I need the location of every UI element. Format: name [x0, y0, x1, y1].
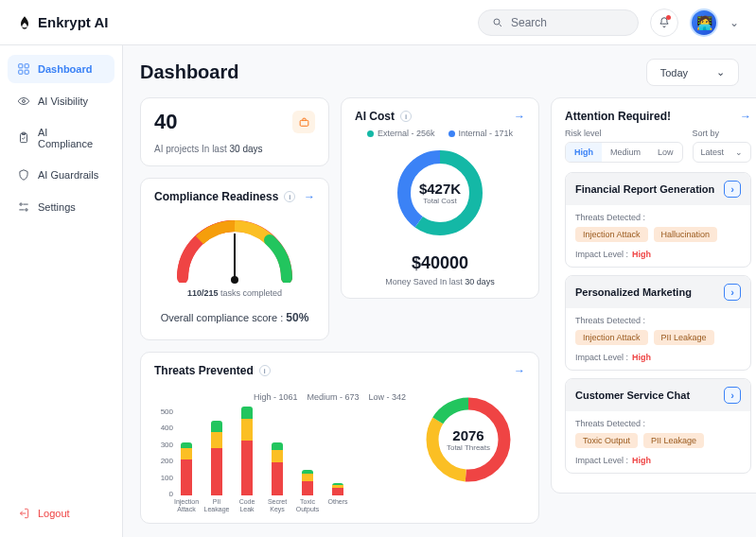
- bar-label: Secret Keys: [268, 498, 287, 511]
- period-label: Today: [660, 67, 688, 78]
- sort-select[interactable]: Latest⌄: [693, 142, 752, 163]
- arrow-right-icon[interactable]: →: [304, 190, 315, 203]
- cost-legend: External - 256k Internal - 171k: [355, 129, 525, 138]
- info-icon[interactable]: i: [259, 365, 271, 376]
- sidebar-item-label: AI Compliance: [38, 127, 105, 149]
- impact-level: Impact Level :High: [575, 353, 741, 362]
- sidebar: Dashboard AI Visibility AI Compliance AI…: [0, 45, 123, 537]
- attention-title: Attention Required!: [565, 110, 671, 123]
- expand-button[interactable]: ›: [724, 284, 741, 301]
- search-icon: [492, 17, 503, 28]
- attention-item-title: Personalized Marketing: [575, 286, 692, 298]
- info-icon[interactable]: i: [400, 111, 412, 122]
- grid-icon: [17, 62, 30, 76]
- search-placeholder: Search: [511, 16, 547, 29]
- svg-line-1: [500, 24, 502, 26]
- logout-icon: [17, 507, 30, 520]
- notifications-button[interactable]: [650, 9, 678, 37]
- threat-tag: Hallucination: [654, 227, 718, 242]
- threats-detected-label: Threats Detected :: [575, 213, 741, 222]
- shield-icon: [17, 168, 30, 182]
- attention-item: Financial Report Generation › Threats De…: [565, 172, 751, 268]
- bar-column: Injection Attack: [177, 442, 196, 511]
- arrow-right-icon[interactable]: →: [514, 110, 525, 123]
- sidebar-item-label: Dashboard: [38, 63, 92, 75]
- sidebar-item-label: Settings: [38, 201, 76, 213]
- arrow-right-icon[interactable]: →: [514, 364, 525, 377]
- risk-level-label: Risk level: [565, 129, 683, 138]
- arrow-right-icon[interactable]: →: [740, 110, 751, 123]
- threats-card: Threats Prevented i → High - 1061 Medium…: [140, 352, 539, 524]
- risk-low[interactable]: Low: [649, 143, 682, 162]
- clipboard-icon: [17, 131, 30, 145]
- expand-button[interactable]: ›: [724, 181, 741, 198]
- svg-point-0: [494, 19, 500, 25]
- bar-label: PII Leakage: [204, 498, 230, 511]
- projects-count: 40: [154, 110, 177, 134]
- threat-tag: PII Leakage: [654, 330, 714, 345]
- svg-rect-5: [25, 70, 28, 74]
- risk-high[interactable]: High: [566, 143, 602, 162]
- page-title: Dashboard: [140, 61, 238, 83]
- threat-tag: Injection Attack: [575, 227, 648, 242]
- logout-button[interactable]: Logout: [8, 499, 114, 528]
- sidebar-item-guardrails[interactable]: AI Guardrails: [8, 161, 114, 189]
- threat-tag: Injection Attack: [575, 330, 648, 345]
- bar-label: Others: [328, 498, 348, 511]
- bar-column: Code Leak: [237, 407, 256, 511]
- threats-legend: High - 1061 Medium - 673 Low - 342: [154, 392, 406, 402]
- attention-card: Attention Required! → Risk level High Me…: [551, 97, 756, 494]
- svg-point-11: [26, 209, 27, 211]
- attention-item-title: Customer Service Chat: [575, 390, 690, 401]
- attention-item-head[interactable]: Customer Service Chat ›: [566, 379, 750, 411]
- compliance-gauge: [173, 217, 296, 283]
- attention-item: Customer Service Chat › Threats Detected…: [565, 378, 751, 474]
- ai-cost-title: AI Cost: [355, 110, 395, 123]
- sidebar-item-dashboard[interactable]: Dashboard: [8, 55, 114, 83]
- attention-item: Personalized Marketing › Threats Detecte…: [565, 275, 751, 371]
- money-saved-caption: Money Saved In last 30 days: [355, 277, 525, 286]
- bar-label: Toxic Outputs: [296, 498, 320, 511]
- threats-detected-label: Threats Detected :: [575, 316, 741, 325]
- chevron-down-icon: ⌄: [735, 147, 743, 157]
- svg-rect-4: [19, 70, 23, 74]
- bar-column: Secret Keys: [268, 442, 287, 511]
- svg-point-6: [23, 100, 26, 103]
- svg-rect-3: [25, 64, 28, 68]
- brand-logo: Enkrypt AI: [17, 14, 108, 30]
- topbar: Enkrypt AI Search 🧑‍💻 ⌄: [0, 0, 756, 45]
- risk-medium[interactable]: Medium: [602, 143, 649, 162]
- search-input[interactable]: Search: [478, 9, 639, 36]
- avatar[interactable]: 🧑‍💻: [690, 9, 718, 37]
- sidebar-item-label: AI Guardrails: [38, 169, 98, 181]
- sidebar-item-settings[interactable]: Settings: [8, 193, 114, 221]
- chevron-down-icon[interactable]: ⌄: [730, 16, 739, 29]
- threats-bar-chart: 5004003002001000 Injection Attack PII Le…: [154, 407, 406, 511]
- bar-label: Code Leak: [237, 498, 256, 511]
- sidebar-item-compliance[interactable]: AI Compliance: [8, 119, 114, 157]
- projects-caption: AI projects In last 30 days: [154, 144, 315, 154]
- bar-column: Others: [328, 483, 347, 511]
- ai-cost-card: AI Cost i → External - 256k Internal - 1…: [341, 97, 539, 299]
- sliders-icon: [17, 200, 30, 214]
- bar-column: PII Leakage: [207, 421, 226, 511]
- cost-donut: $427K Total Cost: [393, 146, 487, 240]
- sort-by-label: Sort by: [693, 129, 752, 138]
- threat-tag: Toxic Output: [575, 433, 638, 448]
- expand-button[interactable]: ›: [724, 387, 741, 404]
- attention-item-head[interactable]: Personalized Marketing ›: [566, 276, 750, 308]
- main-content: Dashboard Today ⌄ 40 AI projects In la: [123, 45, 756, 537]
- threats-detected-label: Threats Detected :: [575, 419, 741, 428]
- chevron-down-icon: ⌄: [716, 66, 725, 78]
- info-icon[interactable]: i: [284, 191, 295, 202]
- attention-item-head[interactable]: Financial Report Generation ›: [566, 173, 750, 205]
- briefcase-icon: [292, 111, 315, 133]
- sidebar-item-visibility[interactable]: AI Visibility: [8, 87, 114, 115]
- cost-total: $427K: [419, 181, 461, 197]
- risk-level-segmented[interactable]: High Medium Low: [565, 142, 683, 163]
- attention-item-title: Financial Report Generation: [575, 183, 714, 195]
- impact-level: Impact Level :High: [575, 456, 741, 465]
- bar-column: Toxic Outputs: [298, 470, 317, 511]
- period-select[interactable]: Today ⌄: [646, 59, 739, 86]
- logout-label: Logout: [38, 508, 70, 519]
